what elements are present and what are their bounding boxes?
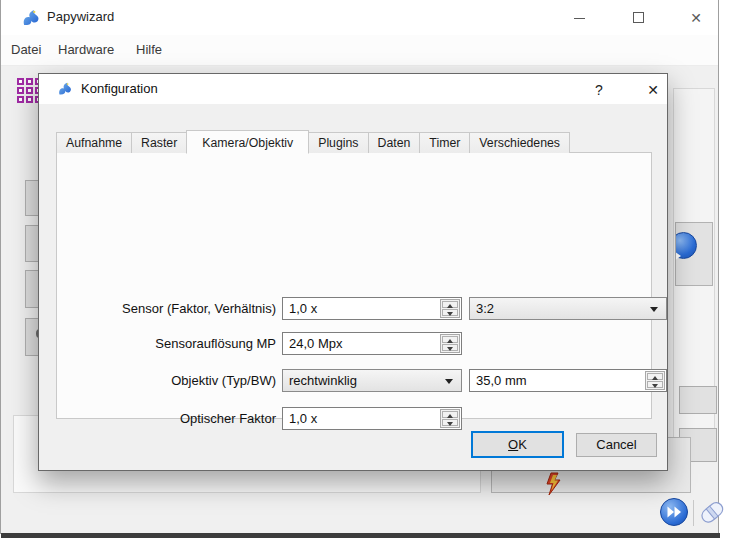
window-bottom-edge xyxy=(1,533,720,538)
spin-up-button[interactable] xyxy=(442,336,458,343)
spin-up-button[interactable] xyxy=(647,373,663,380)
sensor-faktor-spinbox[interactable]: 1,0 x xyxy=(282,297,462,320)
konfiguration-dialog: Konfiguration ? ✕ Aufnahme Raster Kamera… xyxy=(38,73,668,471)
fast-forward-status-icon[interactable] xyxy=(659,497,689,527)
chevron-down-icon xyxy=(650,307,658,312)
tab-timer[interactable]: Timer xyxy=(419,132,470,153)
dialog-close-button[interactable]: ✕ xyxy=(641,79,665,101)
sensor-faktor-label: Sensor (Faktor, Verhältnis) xyxy=(77,297,276,320)
papywizard-logo-icon xyxy=(21,8,41,28)
tab-plugins[interactable]: Plugins xyxy=(308,132,368,153)
tab-verschiedenes[interactable]: Verschiedenes xyxy=(469,132,570,153)
sensor-ratio-combobox[interactable]: 3:2 xyxy=(469,297,667,320)
window-title: Papywizard xyxy=(47,9,114,24)
spin-down-button[interactable] xyxy=(442,309,458,316)
ok-button[interactable]: OK xyxy=(471,431,564,458)
glove-status-icon[interactable] xyxy=(697,497,727,527)
connect-button[interactable] xyxy=(675,222,713,286)
statusbar-separator xyxy=(693,500,694,526)
spin-up-button[interactable] xyxy=(442,411,458,418)
statusbar xyxy=(1,493,718,533)
objektiv-typ-combobox[interactable]: rechtwinklig xyxy=(282,369,462,392)
spin-up-button[interactable] xyxy=(442,301,458,308)
menu-datei[interactable]: Datei xyxy=(11,42,41,57)
close-button[interactable]: ✕ xyxy=(683,6,709,30)
menu-hilfe[interactable]: Hilfe xyxy=(136,42,162,57)
spinner-buttons xyxy=(440,299,460,318)
maximize-icon xyxy=(633,12,644,23)
minimize-icon xyxy=(574,18,585,19)
spinner-buttons xyxy=(645,371,665,390)
dialog-titlebar: Konfiguration ? ✕ xyxy=(39,74,667,104)
chevron-down-icon xyxy=(445,379,453,384)
spin-down-button[interactable] xyxy=(442,344,458,351)
optischer-faktor-spinbox[interactable]: 1,0 x xyxy=(282,407,462,430)
titlebar: Papywizard ✕ xyxy=(1,0,718,35)
tabbar: Aufnahme Raster Kamera/Objektiv Plugins … xyxy=(56,129,569,153)
tab-daten[interactable]: Daten xyxy=(368,132,421,153)
tab-kamera-objektiv[interactable]: Kamera/Objektiv xyxy=(186,130,309,154)
close-icon: ✕ xyxy=(690,10,702,26)
spinner-buttons xyxy=(440,409,460,428)
right-button-partial[interactable] xyxy=(679,386,717,414)
objektiv-typ-label: Objektiv (Typ/BW) xyxy=(77,369,276,392)
sensoraufloesung-spinbox[interactable]: 24,0 Mpx xyxy=(282,332,462,355)
maximize-button[interactable] xyxy=(625,6,651,30)
spin-down-button[interactable] xyxy=(647,381,663,388)
papywizard-logo-icon xyxy=(57,81,73,97)
optischer-faktor-label: Optischer Faktor xyxy=(77,407,276,430)
kamera-objektiv-pane: Sensor (Faktor, Verhältnis) 1,0 x 3:2 Se… xyxy=(56,152,652,419)
cancel-button[interactable]: Cancel xyxy=(576,433,657,457)
blue-sphere-icon xyxy=(675,232,697,259)
tab-raster[interactable]: Raster xyxy=(131,132,187,153)
spin-down-button[interactable] xyxy=(442,419,458,426)
dialog-help-button[interactable]: ? xyxy=(587,79,611,101)
brennweite-spinbox[interactable]: 35,0 mm xyxy=(469,369,667,392)
dialog-title: Konfiguration xyxy=(81,81,158,96)
menu-hardware[interactable]: Hardware xyxy=(58,42,114,57)
sensoraufloesung-label: Sensorauflösung MP xyxy=(77,332,276,355)
spinner-buttons xyxy=(440,334,460,353)
minimize-button[interactable] xyxy=(566,6,592,30)
menubar: Datei Hardware Hilfe xyxy=(1,35,718,66)
tab-aufnahme[interactable]: Aufnahme xyxy=(56,132,132,153)
